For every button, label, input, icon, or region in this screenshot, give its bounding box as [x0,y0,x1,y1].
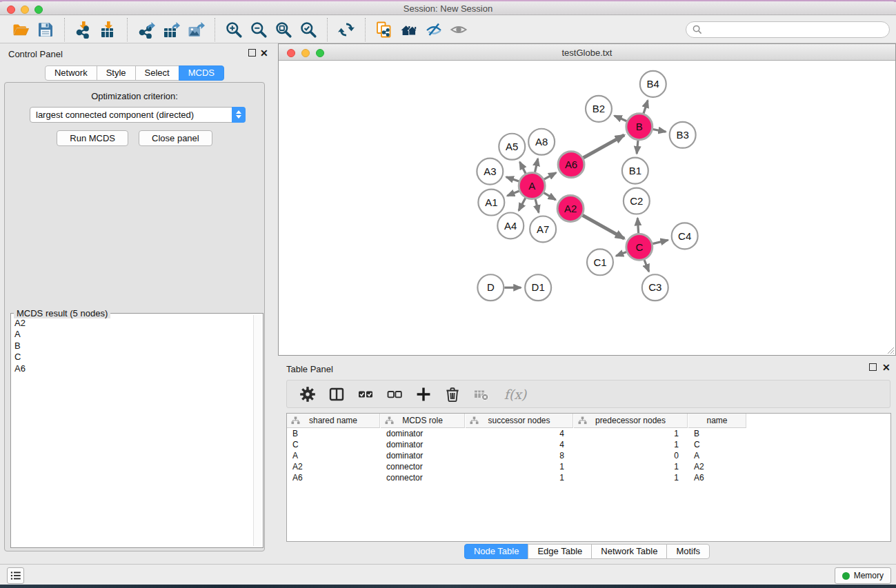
table-settings-button[interactable] [298,385,317,404]
edge-A-A2[interactable] [544,193,555,200]
result-item[interactable]: C [14,352,252,363]
table-float-panel-icon[interactable] [869,363,877,371]
edge-C-C3[interactable] [644,260,649,272]
node-C3[interactable]: C3 [642,274,668,301]
export-network-button[interactable] [134,19,159,41]
search-input[interactable] [706,25,883,35]
copy-view-button[interactable] [372,19,397,41]
table-cell[interactable]: C [287,440,380,451]
zoom-in-button[interactable] [221,19,246,41]
zoom-out-button[interactable] [246,19,271,41]
column-header-MCDS-role[interactable]: MCDS role [381,414,465,428]
edge-A-A8[interactable] [535,159,537,172]
node-A4[interactable]: A4 [497,212,524,239]
task-history-button[interactable] [7,567,24,584]
table-row[interactable]: A2connector11A2 [287,462,890,473]
node-C4[interactable]: C4 [672,223,698,249]
node-D1[interactable]: D1 [525,274,551,301]
column-header-successor-nodes[interactable]: successor nodes [466,414,573,428]
export-table-button[interactable] [159,19,183,41]
home-view-button[interactable] [397,19,421,41]
function-builder-button[interactable]: f(x) [501,385,530,404]
tab-network[interactable]: Network [45,65,97,81]
node-C2[interactable]: C2 [624,188,650,214]
node-B3[interactable]: B3 [670,122,696,148]
table-cell[interactable]: 1 [574,473,688,484]
table-cell[interactable]: B [688,429,746,440]
edge-A-A4[interactable] [519,198,526,210]
node-C1[interactable]: C1 [587,249,613,275]
memory-button[interactable]: Memory [835,567,891,584]
edge-A-A3[interactable] [506,177,519,181]
table-cell[interactable]: dominator [381,429,465,440]
edge-A-A1[interactable] [507,191,519,196]
table-cell[interactable]: dominator [381,451,465,462]
tab-node-table[interactable]: Node Table [464,544,529,559]
edge-B-B4[interactable] [644,101,648,114]
hide-selected-eye-button[interactable] [421,19,446,41]
table-cell[interactable]: connector [381,473,465,484]
table-cell[interactable]: A [688,451,746,462]
network-window-titlebar[interactable]: testGlobe.txt [279,44,895,61]
node-D[interactable]: D [477,274,504,301]
result-item[interactable]: A2 [14,318,252,329]
edge-A-A7[interactable] [535,199,539,212]
node-A8[interactable]: A8 [528,129,555,155]
edge-B-B2[interactable] [615,116,627,121]
close-panel-button[interactable]: Close panel [139,130,212,146]
node-A7[interactable]: A7 [530,216,556,242]
float-panel-icon[interactable] [248,49,256,57]
table-cell[interactable]: A6 [287,473,380,484]
result-item[interactable]: B [14,341,252,352]
network-canvas[interactable]: AA1A3A5A8A4A7A6A2BB2B4B3B1CC2C4C1C3DD1 [279,61,895,355]
delete-table-button[interactable] [472,385,491,404]
table-cell[interactable]: 1 [574,440,688,451]
zoom-fit-button[interactable] [271,19,296,41]
edge-B-B1[interactable] [637,141,638,154]
tab-edge-table[interactable]: Edge Table [528,544,592,559]
edge-C-C4[interactable] [653,240,668,243]
table-cell[interactable]: C [688,440,746,451]
zoom-selected-button[interactable] [296,19,321,41]
delete-column-button[interactable] [443,385,462,404]
import-network-button[interactable] [71,19,96,41]
export-image-button[interactable] [183,19,208,41]
node-B1[interactable]: B1 [622,158,648,184]
table-cell[interactable]: 1 [466,462,573,473]
node-A[interactable]: A [519,173,545,199]
edge-C-C2[interactable] [637,218,638,233]
table-cell[interactable]: connector [381,462,465,473]
tab-mcds[interactable]: MCDS [179,65,224,81]
node-A2[interactable]: A2 [557,196,584,222]
node-A6[interactable]: A6 [558,152,584,178]
column-header-shared-name[interactable]: shared name [287,414,380,428]
table-cell[interactable]: 4 [466,429,573,440]
result-item[interactable]: A [14,329,252,340]
table-cell[interactable]: 1 [466,473,573,484]
edge-A2-C[interactable] [582,215,624,239]
table-cell[interactable]: A6 [688,473,746,484]
node-B4[interactable]: B4 [640,71,666,97]
table-cell[interactable]: 1 [574,462,688,473]
resize-handle[interactable] [885,345,895,354]
edge-A-A6[interactable] [544,173,556,179]
table-row[interactable]: Bdominator41B [287,429,890,440]
save-session-button[interactable] [33,19,58,41]
edge-A6-B[interactable] [583,135,624,158]
edge-A-A5[interactable] [520,162,526,174]
node-A5[interactable]: A5 [499,134,525,160]
table-cell[interactable]: A2 [287,462,380,473]
column-header-name[interactable]: name [688,414,746,428]
table-cell[interactable]: B [287,429,380,440]
table-row[interactable]: Adominator80A [287,451,890,462]
import-table-button[interactable] [96,19,121,41]
tab-network-table[interactable]: Network Table [591,544,667,559]
table-cell[interactable]: 8 [466,451,573,462]
table-cell[interactable]: dominator [381,440,465,451]
table-row[interactable]: Cdominator41C [287,440,890,451]
result-scrollbar[interactable] [253,315,261,546]
table-row[interactable]: A6connector11A6 [287,473,890,484]
node-A3[interactable]: A3 [477,159,503,185]
node-A1[interactable]: A1 [478,190,504,216]
column-header-predecessor-nodes[interactable]: predecessor nodes [574,414,688,428]
